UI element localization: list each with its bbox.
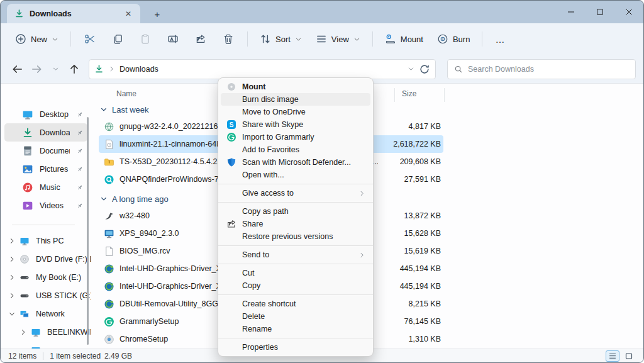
menu-item-scan-with-microsoft-defender[interactable]: Scan with Microsoft Defender... bbox=[221, 156, 370, 169]
chevron-right-icon[interactable] bbox=[8, 274, 16, 281]
back-button[interactable] bbox=[8, 60, 27, 79]
installer-globe-icon bbox=[104, 121, 114, 132]
mount-button[interactable]: Mount bbox=[379, 30, 429, 48]
column-divider[interactable] bbox=[444, 88, 445, 102]
menu-item-move-to-onedrive[interactable]: Move to OneDrive bbox=[221, 106, 370, 118]
forward-button[interactable] bbox=[27, 60, 46, 79]
recent-locations-button[interactable] bbox=[46, 60, 65, 79]
search-icon bbox=[454, 65, 463, 74]
refresh-icon[interactable] bbox=[419, 64, 430, 75]
column-divider[interactable] bbox=[394, 88, 395, 102]
menu-separator bbox=[218, 245, 373, 246]
menu-item-share[interactable]: Share bbox=[221, 218, 370, 230]
menu-item-create-shortcut[interactable]: Create shortcut bbox=[221, 298, 370, 310]
large-icons-view-toggle[interactable] bbox=[622, 350, 636, 362]
share-button[interactable] bbox=[188, 29, 213, 49]
chevron-right-icon[interactable] bbox=[8, 292, 16, 299]
documents-icon bbox=[22, 145, 33, 157]
sidebar-item-desktop[interactable]: Desktop bbox=[4, 105, 87, 123]
plus-circle-icon bbox=[15, 33, 26, 45]
share-icon bbox=[226, 219, 236, 229]
music-icon bbox=[22, 182, 33, 193]
copy-button[interactable] bbox=[105, 29, 130, 49]
menu-item-mount[interactable]: Mount bbox=[221, 81, 370, 93]
chevron-down-icon[interactable] bbox=[100, 195, 108, 203]
chevron-down-icon[interactable] bbox=[100, 106, 108, 113]
sidebar-item-label: Music bbox=[40, 183, 70, 192]
menu-item-copy-as-path[interactable]: Copy as path bbox=[221, 205, 370, 218]
up-button[interactable] bbox=[65, 60, 84, 79]
details-view-toggle[interactable] bbox=[606, 350, 619, 362]
address-bar[interactable]: Downloads bbox=[89, 59, 436, 79]
close-button[interactable] bbox=[614, 1, 643, 23]
tab-close-icon[interactable]: ✕ bbox=[123, 8, 134, 20]
address-dropdown-icon[interactable] bbox=[408, 65, 414, 72]
menu-item-give-access-to[interactable]: Give access to bbox=[221, 187, 370, 199]
menu-item-cut[interactable]: Cut bbox=[221, 267, 370, 279]
maximize-button[interactable] bbox=[586, 1, 614, 23]
network-icon bbox=[19, 309, 30, 319]
column-header-size[interactable]: Size bbox=[402, 89, 416, 98]
menu-item-restore-previous-versions[interactable]: Restore previous versions bbox=[221, 230, 370, 243]
cut-icon bbox=[84, 33, 96, 45]
file-size: 76,145 KB bbox=[378, 317, 441, 326]
chevron-right-icon[interactable] bbox=[8, 255, 16, 263]
sidebar-tree-item-my-book-e[interactable]: My Book (E:) bbox=[1, 268, 94, 286]
sidebar-item-downloads[interactable]: Downloads bbox=[4, 123, 87, 142]
dvd-icon bbox=[19, 254, 30, 264]
sidebar-tree-item-network[interactable]: Network bbox=[1, 304, 94, 323]
chevron-right-icon[interactable] bbox=[8, 237, 16, 245]
sidebar-item-documents[interactable]: Documents bbox=[4, 142, 87, 160]
burn-button[interactable]: Burn bbox=[431, 30, 475, 48]
selection-count: 1 item selected bbox=[50, 352, 101, 360]
copy-icon bbox=[112, 33, 123, 45]
title-bar: Downloads ✕ + bbox=[1, 1, 643, 23]
sidebar-item-pictures[interactable]: Pictures bbox=[4, 160, 87, 178]
minimize-button[interactable] bbox=[557, 1, 586, 23]
menu-item-send-to[interactable]: Send to bbox=[221, 249, 370, 261]
menu-item-burn-disc-image[interactable]: Burn disc image bbox=[221, 93, 370, 106]
sidebar-tree-item-beelinkwind[interactable]: BEELINKWIND bbox=[1, 323, 94, 341]
more-options-button[interactable]: … bbox=[489, 30, 511, 48]
breadcrumb[interactable]: Downloads bbox=[119, 65, 403, 74]
chevron-down-icon[interactable] bbox=[8, 310, 16, 318]
file-size: 4,817 KB bbox=[378, 122, 441, 131]
delete-button[interactable] bbox=[216, 29, 241, 49]
sidebar-tree-item-this-pc[interactable]: This PC bbox=[1, 232, 94, 250]
disc-image-icon bbox=[104, 139, 114, 150]
file-size: 8,215 KB bbox=[378, 299, 441, 308]
menu-item-label: Share with Skype bbox=[242, 120, 365, 129]
chevron-right-icon[interactable] bbox=[19, 328, 27, 336]
sidebar-tree-item-usb-stick-g[interactable]: USB STICK (G:) bbox=[1, 286, 94, 304]
menu-item-import-to-grammarly[interactable]: Import to Grammarly bbox=[221, 131, 370, 143]
menu-item-label: Create shortcut bbox=[242, 299, 365, 308]
tab-downloads[interactable]: Downloads ✕ bbox=[7, 4, 140, 23]
menu-item-delete[interactable]: Delete bbox=[221, 310, 370, 323]
menu-separator bbox=[218, 264, 373, 264]
sidebar-item-music[interactable]: Music bbox=[4, 178, 87, 196]
view-button[interactable]: View bbox=[310, 30, 366, 48]
sidebar-tree-item-partial[interactable] bbox=[1, 341, 94, 349]
new-tab-button[interactable]: + bbox=[150, 7, 164, 21]
new-button[interactable]: New bbox=[9, 30, 64, 48]
menu-item-add-to-favorites[interactable]: Add to Favorites bbox=[221, 143, 370, 156]
items-count: 12 items bbox=[8, 352, 36, 360]
paste-button[interactable] bbox=[133, 29, 158, 49]
search-input[interactable] bbox=[468, 65, 629, 74]
search-box[interactable] bbox=[447, 59, 636, 79]
sidebar-item-videos[interactable]: Videos bbox=[4, 196, 87, 215]
drive-icon bbox=[19, 291, 30, 301]
menu-item-share-with-skype[interactable]: SShare with Skype bbox=[221, 118, 370, 131]
cut-button[interactable] bbox=[77, 29, 103, 49]
sidebar-tree-item-dvd-drive-f-li[interactable]: DVD Drive (F:) Li bbox=[1, 250, 94, 268]
sort-button[interactable]: Sort bbox=[254, 30, 308, 48]
menu-item-copy[interactable]: Copy bbox=[221, 279, 370, 292]
context-menu: MountBurn disc imageMove to OneDriveSSha… bbox=[218, 77, 374, 357]
menu-item-open-with[interactable]: Open with... bbox=[221, 169, 370, 181]
column-header-name[interactable]: Name bbox=[116, 89, 136, 98]
selection-size: 2.49 GB bbox=[104, 352, 132, 360]
menu-item-rename[interactable]: Rename bbox=[221, 323, 370, 335]
rename-button[interactable] bbox=[160, 29, 186, 49]
sidebar-scrollbar[interactable] bbox=[87, 117, 89, 345]
menu-item-properties[interactable]: Properties bbox=[221, 341, 370, 354]
